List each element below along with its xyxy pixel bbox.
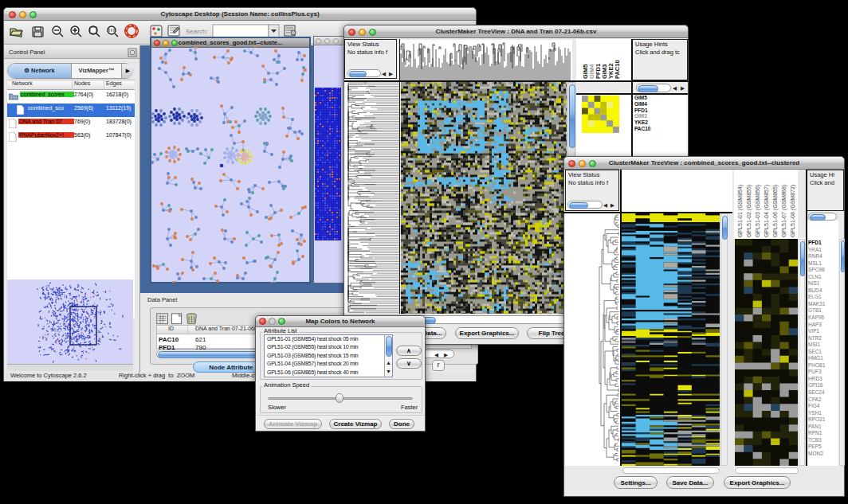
svg-text:Search:: Search: [186,28,208,35]
svg-text:GPL51-04 (GSM857): GPL51-04 (GSM857) [764,185,770,237]
svg-text:GPL51-07 (GSM868): GPL51-07 (GSM868) [781,185,787,237]
svg-text:GPL51-02 (GSM855): GPL51-02 (GSM855) [746,185,752,237]
svg-text:GPL51-03 (GSM856): GPL51-03 (GSM856) [755,185,761,237]
svg-text:GPL51-08 (GSM872): GPL51-08 (GSM872) [790,185,796,237]
svg-text:GPL51-06 (GSM865): GPL51-06 (GSM865) [772,185,779,237]
svg-text:GPL51-01 (GSM854): GPL51-01 (GSM854) [737,185,744,237]
svg-text:PAC10: PAC10 [614,60,621,79]
